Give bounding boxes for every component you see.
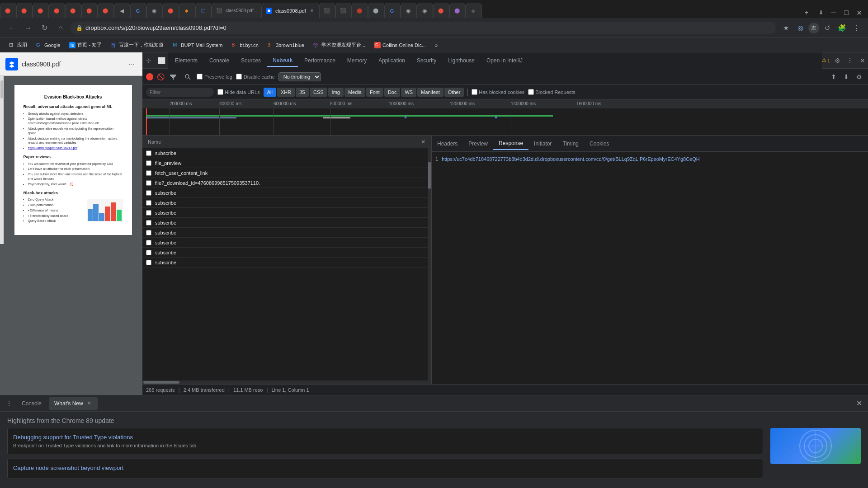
browser-tab-11[interactable]: ⬤ xyxy=(163,3,179,18)
detail-tab-headers[interactable]: Headers xyxy=(432,137,463,150)
network-settings-button[interactable]: ⚙ xyxy=(854,71,864,82)
request-list-hscrollbar[interactable] xyxy=(142,380,431,384)
request-checkbox-11[interactable] xyxy=(146,260,151,265)
browser-tab-7[interactable]: ⬤ xyxy=(98,3,114,18)
request-item-3[interactable]: file?_download_id=4760869985175093537110… xyxy=(142,178,428,188)
filter-all-button[interactable]: All xyxy=(264,88,276,97)
filter-js-button[interactable]: JS xyxy=(296,88,309,97)
browser-tab-vscode[interactable]: ⬡ xyxy=(195,3,212,18)
filter-media-button[interactable]: Media xyxy=(344,88,365,97)
devtools-bottom-tab-console[interactable]: Console xyxy=(16,397,47,410)
request-item-6[interactable]: subscribe xyxy=(142,208,428,218)
devtools-device-icon[interactable]: ⬜ xyxy=(155,54,168,67)
export-har-button[interactable]: ⬇ xyxy=(841,71,852,82)
request-checkbox-2[interactable] xyxy=(146,170,151,176)
request-item-4[interactable]: subscribe xyxy=(142,188,428,198)
forward-button[interactable]: → xyxy=(22,22,34,34)
maximize-button[interactable]: □ xyxy=(841,7,852,18)
devtools-tab-performance[interactable]: Performance xyxy=(299,54,341,67)
browser-tab-github[interactable]: ◉ xyxy=(146,3,163,18)
devtools-tab-console[interactable]: Console xyxy=(204,54,235,67)
request-item-9[interactable]: subscribe xyxy=(142,238,428,248)
disable-cache-checkbox[interactable] xyxy=(236,74,242,80)
minimize-button[interactable]: ─ xyxy=(828,7,839,18)
home-button[interactable]: ⌂ xyxy=(54,22,67,34)
detail-tab-initiator[interactable]: Initiator xyxy=(528,137,557,150)
profile-button[interactable]: 志 xyxy=(808,23,819,33)
detail-tab-response[interactable]: Response xyxy=(493,137,528,150)
has-blocked-cookies-checkbox[interactable] xyxy=(472,89,477,95)
reload-button[interactable]: ↻ xyxy=(38,22,51,34)
filter-other-button[interactable]: Other xyxy=(444,88,464,97)
browser-tab-last2[interactable]: ⬤ xyxy=(449,3,466,18)
request-checkbox-10[interactable] xyxy=(146,250,151,255)
search-icon-button[interactable] xyxy=(182,71,193,82)
devtools-bottom-tab-whats-new[interactable]: What's New ✕ xyxy=(49,397,98,410)
filter-font-button[interactable]: Font xyxy=(366,88,383,97)
browser-tab-4[interactable]: ⬤ xyxy=(49,3,65,18)
devtools-bottom-close[interactable]: ✕ xyxy=(854,398,864,409)
request-checkbox-8[interactable] xyxy=(146,230,151,235)
browser-tab-12[interactable]: ◆ xyxy=(179,3,195,18)
browser-tab-1[interactable]: ⬤ xyxy=(0,3,16,18)
tab-search-button[interactable]: ⬇ xyxy=(816,7,826,18)
browser-tab-google[interactable]: G xyxy=(130,3,146,18)
bookmark-bupt[interactable]: M BUPT Mail System xyxy=(169,40,226,51)
request-checkbox-5[interactable] xyxy=(146,200,151,206)
browser-tab-github2[interactable]: ◉ xyxy=(401,3,417,18)
bookmark-academic[interactable]: 学 学术资源发现平台... xyxy=(310,40,369,51)
devtools-settings-button[interactable]: ⚙ xyxy=(832,55,843,66)
devtools-tab-network[interactable]: Network xyxy=(267,54,298,67)
filter-input[interactable] xyxy=(146,88,214,97)
bookmark-apps[interactable]: ⊞ 应用 xyxy=(5,40,31,51)
detail-tab-timing[interactable]: Timing xyxy=(557,137,584,150)
devtools-tab-sources[interactable]: Sources xyxy=(236,54,266,67)
filter-ws-button[interactable]: WS xyxy=(401,88,416,97)
browser-tab-last3[interactable]: ◆ xyxy=(466,3,482,18)
request-checkbox-3[interactable] xyxy=(146,180,151,186)
devtools-tab-memory[interactable]: Memory xyxy=(342,54,372,67)
blocked-requests-label[interactable]: Blocked Requests xyxy=(528,89,576,95)
browser-tab-back[interactable]: ◀ xyxy=(114,3,130,18)
browser-tab-6[interactable]: ⬤ xyxy=(81,3,98,18)
filter-img-button[interactable]: Img xyxy=(328,88,344,97)
bookmark-collins[interactable]: C Collins Online Dic... xyxy=(371,40,429,51)
disable-cache-label[interactable]: Disable cache xyxy=(236,74,275,80)
extensions-button[interactable]: 🧩 xyxy=(835,22,848,34)
back-button[interactable]: ← xyxy=(5,22,18,34)
request-checkbox-0[interactable] xyxy=(146,150,151,156)
settings-button[interactable]: ⋮ xyxy=(850,22,863,34)
pdf-bullet1-4[interactable]: https://arxiv.org/pdf/2005.10247.pdf xyxy=(28,146,123,150)
bookmark-3b1b[interactable]: 3 3brown1blue xyxy=(264,40,308,51)
hide-data-urls-label[interactable]: Hide data URLs xyxy=(217,89,260,95)
bookmark-zhihu[interactable]: 知 首页 - 知乎 xyxy=(66,40,105,51)
tab-close-active[interactable]: ✕ xyxy=(309,8,315,14)
request-item-10[interactable]: subscribe xyxy=(142,248,428,258)
browser-tab-google2[interactable]: G xyxy=(384,3,401,18)
request-item-1[interactable]: file_preview xyxy=(142,158,428,168)
request-checkbox-9[interactable] xyxy=(146,240,151,245)
browser-tab-active[interactable]: class0908.pdf ✕ xyxy=(261,3,319,18)
address-bar[interactable]: 🔒 dropbox.com/s/p20r8iowup29aem/class090… xyxy=(71,22,776,34)
detail-tab-preview[interactable]: Preview xyxy=(463,137,493,150)
browser-tab-2[interactable]: ⬤ xyxy=(16,3,33,18)
browser-tab-dropbox1[interactable]: ⬛ xyxy=(319,3,335,18)
filter-doc-button[interactable]: Doc xyxy=(384,88,401,97)
blocked-requests-checkbox[interactable] xyxy=(528,89,534,95)
request-item-0[interactable]: subscribe xyxy=(142,148,428,158)
request-item-11[interactable]: subscribe xyxy=(142,258,428,267)
request-list-close[interactable]: ✕ xyxy=(419,137,428,146)
import-har-button[interactable]: ⬆ xyxy=(828,71,839,82)
devtools-tab-intellij[interactable]: Open In IntelliJ xyxy=(481,54,528,67)
filter-manifest-button[interactable]: Manifest xyxy=(417,88,443,97)
devtools-tab-security[interactable]: Security xyxy=(411,54,442,67)
filter-css-button[interactable]: CSS xyxy=(310,88,327,97)
request-item-5[interactable]: subscribe xyxy=(142,198,428,208)
request-list-scrollbar[interactable] xyxy=(428,148,431,380)
devtools-tab-elements[interactable]: Elements xyxy=(170,54,203,67)
pdf-scrollbar[interactable] xyxy=(0,76,4,244)
has-blocked-cookies-label[interactable]: Has blocked cookies xyxy=(472,89,524,95)
bottom-tab-whats-new-close[interactable]: ✕ xyxy=(86,400,92,407)
browser-tab-5[interactable]: ⬤ xyxy=(65,3,81,18)
preserve-log-label[interactable]: Preserve log xyxy=(197,74,232,80)
